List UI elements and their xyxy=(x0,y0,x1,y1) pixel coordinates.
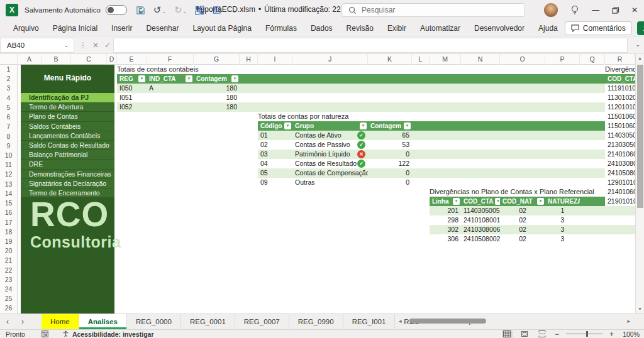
menu-item-dre[interactable]: DRE xyxy=(21,160,114,169)
menu-item-saldos-contabeis[interactable]: Saldos Contábeis xyxy=(21,122,114,131)
sheet-prev-icon[interactable]: ‹ xyxy=(0,314,15,329)
menu-item-identificacao-pj[interactable]: Identificação da PJ xyxy=(21,93,114,102)
filter-button[interactable]: ▼ xyxy=(495,198,500,205)
cell[interactable]: 09 xyxy=(258,178,292,187)
column-header[interactable]: D xyxy=(107,54,117,65)
cell[interactable]: 04 xyxy=(258,159,292,168)
restore-button[interactable] xyxy=(612,7,619,14)
menu-item-signatarios-declaracao[interactable]: Signatários da Declaração xyxy=(21,179,114,188)
macro-record-icon[interactable] xyxy=(42,330,48,337)
cell[interactable]: 214010600 xyxy=(605,150,635,159)
filter-button[interactable]: ▼ xyxy=(186,75,192,82)
cell[interactable]: 03 xyxy=(258,150,292,159)
ribbon-tab-revisao[interactable]: Revisão xyxy=(340,20,380,36)
zoom-level-label[interactable]: 100% xyxy=(621,330,640,338)
share-button[interactable]: Compartilhamento ⌄ xyxy=(637,21,644,35)
lightbulb-icon[interactable] xyxy=(570,5,579,15)
menu-item-saldo-contas-resultado[interactable]: Saldo Contas do Resultado xyxy=(21,141,114,150)
cell[interactable]: 2410108001 xyxy=(461,215,500,225)
zoom-in-icon[interactable]: + xyxy=(609,330,614,338)
comments-button[interactable]: Comentários xyxy=(565,21,632,35)
cell[interactable]: I052 xyxy=(117,102,147,112)
sheet-tab-analises[interactable]: Analises xyxy=(79,314,127,329)
cell-name-box[interactable]: AB40 ⌄ xyxy=(0,38,74,53)
cell[interactable]: 2410308006 xyxy=(461,225,500,234)
cell[interactable]: 114030500 xyxy=(605,131,635,140)
user-avatar[interactable] xyxy=(544,3,558,17)
cell[interactable]: 241030800 xyxy=(605,159,635,168)
ribbon-tab-desenhar[interactable]: Desenhar xyxy=(139,20,186,36)
search-input[interactable] xyxy=(362,6,500,14)
cell[interactable]: 1140305005 xyxy=(461,206,500,215)
cell[interactable]: 0 xyxy=(368,168,412,178)
cell[interactable]: A xyxy=(147,84,194,93)
row-header[interactable]: 5 xyxy=(0,103,17,112)
sheet-tab-reg-i001[interactable]: REG_I001 xyxy=(343,314,396,329)
vertical-scrollbar[interactable]: ▴ ▾ xyxy=(635,54,644,313)
ribbon-tab-formulas[interactable]: Fórmulas xyxy=(258,20,304,36)
horizontal-scrollbar[interactable]: ◂ ▸ xyxy=(396,316,633,326)
zoom-out-icon[interactable]: − xyxy=(555,330,559,338)
ribbon-tab-exibir[interactable]: Exibir xyxy=(380,20,413,36)
filter-button[interactable]: ▼ xyxy=(404,123,411,129)
row-header[interactable]: 3 xyxy=(0,84,17,93)
cell[interactable]: 02 xyxy=(500,234,545,244)
row-header[interactable]: 11 xyxy=(0,160,17,170)
row-header[interactable]: 19 xyxy=(0,237,17,246)
menu-item-termo-abertura[interactable]: Termo de Abertura xyxy=(21,102,114,112)
cell[interactable]: Outras xyxy=(292,178,368,187)
row-header[interactable]: 23 xyxy=(0,275,17,285)
column-header[interactable]: Q xyxy=(580,54,605,65)
row-header[interactable]: 16 xyxy=(0,208,17,217)
row-header[interactable]: 17 xyxy=(0,218,17,227)
cell[interactable]: 112010101 xyxy=(605,102,635,112)
search-box[interactable] xyxy=(341,3,525,17)
cell[interactable]: 306 xyxy=(430,234,461,244)
scroll-left-icon[interactable]: ◂ xyxy=(396,318,404,324)
page-layout-view-icon[interactable] xyxy=(519,330,530,338)
cell[interactable]: 180 xyxy=(194,102,240,112)
row-header[interactable]: 1 xyxy=(0,65,17,74)
redo-dropdown-icon[interactable]: ⌄ xyxy=(183,9,187,14)
undo-dropdown-icon[interactable]: ⌄ xyxy=(162,9,166,14)
cell[interactable]: 213030500 xyxy=(605,140,635,150)
sheet-tab-home[interactable]: Home xyxy=(42,314,79,329)
scroll-up-icon[interactable]: ▴ xyxy=(636,54,644,63)
row-header[interactable]: 15 xyxy=(0,199,17,208)
row-header[interactable]: 26 xyxy=(0,303,17,313)
cancel-entry-icon[interactable]: ✕ xyxy=(92,41,99,50)
cell[interactable]: 02 xyxy=(500,206,545,215)
column-header[interactable]: M xyxy=(430,54,461,65)
cell[interactable]: 02 xyxy=(500,225,545,234)
ribbon-tab-layout[interactable]: Layout da Página xyxy=(186,20,258,36)
cell[interactable]: 201 xyxy=(430,206,461,215)
row-header[interactable]: 8 xyxy=(0,132,17,141)
cell[interactable]: 113010200 xyxy=(605,93,635,102)
menu-item-lancamentos-contabeis[interactable]: Lançamentos Contábeis xyxy=(21,131,114,141)
sheet-area[interactable]: Menu Rápido Identificação da PJ Termo de… xyxy=(18,65,635,313)
cell[interactable]: 129010100 xyxy=(605,178,635,187)
cell[interactable]: 115010600 xyxy=(605,121,635,131)
undo-button[interactable]: ↺⌄ xyxy=(153,4,166,16)
sheet-next-icon[interactable]: › xyxy=(15,314,30,329)
column-header[interactable]: I xyxy=(258,54,292,65)
menu-item-demonstracoes-financeiras[interactable]: Demonstrações Financeiras xyxy=(21,170,114,179)
close-button[interactable]: ✕ xyxy=(631,0,638,20)
row-header[interactable]: 13 xyxy=(0,180,17,189)
scroll-right-icon[interactable]: ▸ xyxy=(625,318,633,324)
cell[interactable]: 3 xyxy=(545,234,580,244)
column-header[interactable]: A xyxy=(18,54,42,65)
cell[interactable] xyxy=(147,102,194,112)
ribbon-tab-dados[interactable]: Dados xyxy=(304,20,340,36)
column-header[interactable]: N xyxy=(461,54,500,65)
filter-button[interactable]: ▼ xyxy=(453,198,460,205)
cell[interactable]: 02 xyxy=(258,140,292,150)
row-header[interactable]: 10 xyxy=(0,151,17,160)
column-header[interactable]: C xyxy=(71,54,107,65)
ribbon-tab-inserir[interactable]: Inserir xyxy=(104,20,139,36)
sheet-tab-reg-0007[interactable]: REG_0007 xyxy=(235,314,289,329)
column-header[interactable]: F xyxy=(147,54,194,65)
excel-logo-icon[interactable]: X xyxy=(6,4,18,16)
column-header[interactable]: H xyxy=(240,54,258,65)
cell[interactable]: 180 xyxy=(194,93,240,102)
